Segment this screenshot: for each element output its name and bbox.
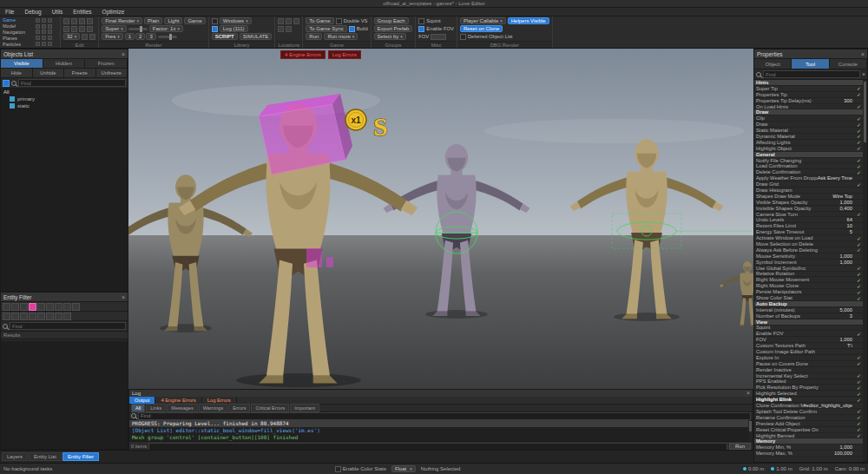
toolbar-mode-row[interactable]: Navigation bbox=[2, 30, 58, 36]
build-checkbox[interactable] bbox=[349, 26, 355, 32]
property-row[interactable]: Properties Tip ✓ bbox=[754, 92, 863, 98]
property-value[interactable]: 5,000 bbox=[839, 307, 852, 313]
property-row[interactable]: Static Material ✓ bbox=[754, 128, 863, 134]
objects-list-tab[interactable]: Frozen bbox=[85, 59, 128, 68]
toolbar-mode-row[interactable]: Model bbox=[2, 23, 58, 30]
property-checkbox[interactable]: ✓ bbox=[854, 181, 861, 188]
entity-type-icon[interactable] bbox=[20, 313, 28, 320]
property-row[interactable]: Dynamic Material ✓ bbox=[754, 134, 863, 140]
close-icon[interactable] bbox=[122, 51, 125, 57]
clear-search-icon[interactable] bbox=[862, 71, 865, 77]
log-line[interactable]: Mesh group 'control' [container_button][… bbox=[129, 434, 753, 441]
log-filter-button[interactable]: Warnings bbox=[199, 404, 227, 412]
mode-icon[interactable] bbox=[48, 24, 52, 29]
property-row[interactable]: Draw bbox=[754, 109, 863, 115]
error-badge[interactable]: Log Errors bbox=[328, 50, 361, 59]
property-row[interactable]: Memory Min, % 1,000 bbox=[754, 444, 863, 451]
property-value[interactable]: Ask Every Time bbox=[818, 175, 852, 181]
property-checkbox[interactable]: ✓ bbox=[854, 103, 861, 109]
log-run-button[interactable]: Run bbox=[729, 443, 751, 450]
log-filter-button[interactable]: Important bbox=[290, 404, 319, 412]
property-checkbox[interactable]: ✓ bbox=[854, 247, 861, 253]
edit-tool-icon[interactable] bbox=[89, 34, 95, 40]
windows-dropdown[interactable]: Windows bbox=[220, 17, 252, 24]
objects-action-button[interactable]: Hide bbox=[1, 69, 33, 77]
run-more-dropdown[interactable]: Run more bbox=[324, 33, 358, 40]
property-checkbox[interactable]: ✓ bbox=[854, 145, 861, 151]
entity-type-icon[interactable] bbox=[29, 303, 36, 311]
log-scrollbar[interactable] bbox=[748, 420, 753, 441]
property-row[interactable]: Super Tip ✓ bbox=[754, 86, 863, 92]
toolbar-mode-row[interactable]: Planes bbox=[2, 35, 58, 41]
properties-tab[interactable]: Console bbox=[830, 59, 867, 69]
panel-tab[interactable]: Layers bbox=[2, 452, 28, 461]
property-value[interactable]: T:\ bbox=[847, 343, 852, 348]
property-value[interactable]: #editor_highlight_obje bbox=[803, 403, 852, 408]
property-row[interactable]: Right Mouse Clone ✓ bbox=[754, 283, 863, 289]
property-row[interactable]: Persist Manipulators ✓ bbox=[754, 289, 863, 295]
entity-results-list[interactable] bbox=[1, 341, 128, 449]
property-value[interactable]: 1,000 bbox=[839, 260, 852, 265]
property-value[interactable]: 1,000 bbox=[839, 253, 852, 259]
tree-root-node[interactable]: All bbox=[1, 89, 128, 95]
property-value[interactable]: 0,400 bbox=[839, 206, 852, 211]
property-value[interactable]: 5 bbox=[850, 229, 852, 234]
property-row[interactable]: Delete Confirmation ✓ bbox=[754, 169, 863, 175]
properties-search-input[interactable] bbox=[763, 70, 860, 78]
mode-icon[interactable] bbox=[48, 18, 52, 23]
enable-color-stats-checkbox[interactable] bbox=[335, 466, 341, 472]
property-value[interactable]: 10 bbox=[847, 223, 852, 228]
render-light-button[interactable]: Light bbox=[164, 17, 182, 24]
property-value[interactable]: 64 bbox=[847, 217, 852, 222]
log-filter-button[interactable]: All bbox=[131, 404, 145, 412]
entity-search-input[interactable] bbox=[10, 322, 126, 330]
property-row[interactable]: Splash Tool Delete Confirm ✓ bbox=[754, 409, 863, 415]
property-checkbox[interactable]: ✓ bbox=[854, 295, 861, 301]
edit-size-dropdown[interactable]: 32 bbox=[63, 33, 80, 40]
property-row[interactable]: Energy Save Timeout 5 bbox=[754, 229, 863, 235]
log-filter-button[interactable]: Links bbox=[146, 404, 166, 412]
property-row[interactable]: Properties Tip Delay(ms) 300 bbox=[754, 98, 863, 104]
render-game-button[interactable]: Game bbox=[184, 17, 205, 24]
property-row[interactable]: FOV 1,000 bbox=[754, 337, 863, 343]
menu-item[interactable]: Debug bbox=[19, 8, 46, 16]
property-row[interactable]: Highlight Blink ✓ bbox=[754, 397, 863, 403]
edit-tool-icon[interactable] bbox=[71, 18, 77, 24]
edit-tool-icon[interactable] bbox=[63, 18, 69, 24]
property-value[interactable]: 1,000 bbox=[839, 337, 852, 342]
properties-tab[interactable]: Object bbox=[754, 59, 792, 69]
final-render-dropdown[interactable]: Final Render bbox=[102, 17, 142, 24]
run-button[interactable]: Run bbox=[306, 33, 322, 40]
export-prefab-button[interactable]: Export Prefab bbox=[374, 25, 413, 32]
property-value[interactable]: 1,000 bbox=[839, 444, 852, 450]
fov-input[interactable] bbox=[431, 34, 446, 40]
mode-icon[interactable] bbox=[48, 30, 52, 34]
render-num-button[interactable]: 3 bbox=[146, 33, 155, 40]
menu-item[interactable]: Entities bbox=[68, 8, 96, 16]
property-row[interactable]: Affecting Lights ✓ bbox=[754, 140, 863, 146]
toolbar-mode-row[interactable]: Game bbox=[2, 17, 58, 23]
edit-tool-icon[interactable] bbox=[71, 26, 77, 32]
mode-icon[interactable] bbox=[36, 30, 40, 34]
property-row[interactable]: Symbol Increment 1,000 bbox=[754, 260, 863, 266]
property-row[interactable]: Recent Files Limit 10 bbox=[754, 223, 863, 229]
property-row[interactable]: PPS Enabled ✓ bbox=[754, 379, 863, 385]
mode-icon[interactable] bbox=[42, 18, 46, 23]
property-row[interactable]: On Load Hints ✓ bbox=[754, 104, 863, 110]
property-row[interactable]: Mouse Sensitivity 1,000 bbox=[754, 253, 863, 260]
mode-icon[interactable] bbox=[36, 36, 40, 40]
mode-icon[interactable] bbox=[48, 36, 52, 40]
entity-type-icon[interactable] bbox=[20, 303, 28, 311]
entity-type-icon[interactable] bbox=[29, 313, 36, 320]
scroll-thumb[interactable] bbox=[864, 82, 866, 142]
tree-item[interactable]: primary bbox=[1, 95, 128, 102]
squint-checkbox[interactable] bbox=[418, 18, 424, 24]
properties-scrollbar[interactable] bbox=[863, 80, 867, 462]
entity-type-icon[interactable] bbox=[46, 313, 54, 320]
close-icon[interactable] bbox=[122, 294, 125, 300]
entity-type-icon[interactable] bbox=[63, 313, 71, 320]
property-row[interactable]: Use Global SymbolInc ✓ bbox=[754, 266, 863, 272]
property-row[interactable]: Memory Max, % 100,000 bbox=[754, 451, 863, 457]
property-row[interactable]: Reset Critical Properties On ✓ bbox=[754, 427, 863, 433]
property-value[interactable]: 100,000 bbox=[834, 451, 852, 456]
